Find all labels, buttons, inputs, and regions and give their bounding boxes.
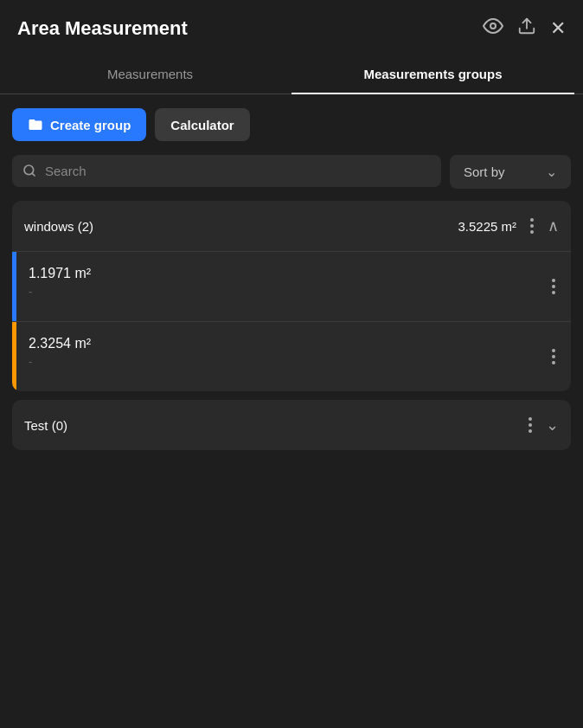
collapse-icon-windows[interactable]: ∧ xyxy=(548,216,559,235)
measurement-item-1: 2.3254 m² - xyxy=(12,321,571,391)
measurement-item-0: 1.1971 m² - xyxy=(12,251,571,321)
tabs: Measurements Measurements groups xyxy=(0,55,583,94)
group-name-test: Test (0) xyxy=(24,418,67,433)
close-icon[interactable]: ✕ xyxy=(550,17,566,40)
folder-icon xyxy=(28,117,43,132)
expand-icon-test[interactable]: ⌄ xyxy=(546,416,559,435)
measurement-content-1: 2.3254 m² - xyxy=(16,322,548,391)
group-menu-button-test[interactable] xyxy=(525,414,535,436)
header: Area Measurement ✕ xyxy=(0,0,583,55)
group-card-windows: windows (2) 3.5225 m² ∧ 1.1971 m² - xyxy=(12,201,571,391)
group-header-test[interactable]: Test (0) ⌄ xyxy=(12,400,571,450)
groups-list: windows (2) 3.5225 m² ∧ 1.1971 m² - xyxy=(0,201,583,462)
measurement-area-1: 2.3254 m² xyxy=(29,336,536,351)
group-menu-button-windows[interactable] xyxy=(527,215,537,237)
header-icons: ✕ xyxy=(483,16,566,41)
group-right-windows: 3.5225 m² ∧ xyxy=(458,215,559,237)
group-card-test: Test (0) ⌄ xyxy=(12,400,571,450)
tab-measurements[interactable]: Measurements xyxy=(9,55,292,93)
group-header-windows[interactable]: windows (2) 3.5225 m² ∧ xyxy=(12,201,571,251)
measurement-label-0: - xyxy=(29,285,536,298)
group-area-windows: 3.5225 m² xyxy=(458,219,516,234)
panel-title: Area Measurement xyxy=(17,17,188,40)
sort-dropdown[interactable]: Sort by ⌄ xyxy=(450,155,571,189)
group-right-test: ⌄ xyxy=(525,414,559,436)
measurement-label-1: - xyxy=(29,355,536,368)
svg-point-0 xyxy=(490,23,496,29)
chevron-down-icon: ⌄ xyxy=(546,164,557,180)
search-container xyxy=(12,155,441,189)
eye-icon[interactable] xyxy=(483,16,503,41)
export-icon[interactable] xyxy=(517,16,536,40)
measurement-area-0: 1.1971 m² xyxy=(29,266,536,281)
create-group-button[interactable]: Create group xyxy=(12,108,146,141)
group-name-windows: windows (2) xyxy=(24,219,93,234)
toolbar: Create group Calculator xyxy=(0,94,583,151)
measurement-menu-button-0[interactable] xyxy=(548,252,571,321)
calculator-button[interactable]: Calculator xyxy=(155,108,249,141)
tab-measurements-groups[interactable]: Measurements groups xyxy=(292,55,574,93)
measurement-content-0: 1.1971 m² - xyxy=(16,252,548,321)
area-measurement-panel: Area Measurement ✕ Measurements xyxy=(0,0,583,728)
search-sort-row: Sort by ⌄ xyxy=(0,151,583,201)
measurement-menu-button-1[interactable] xyxy=(548,322,571,391)
search-input[interactable] xyxy=(12,155,441,187)
